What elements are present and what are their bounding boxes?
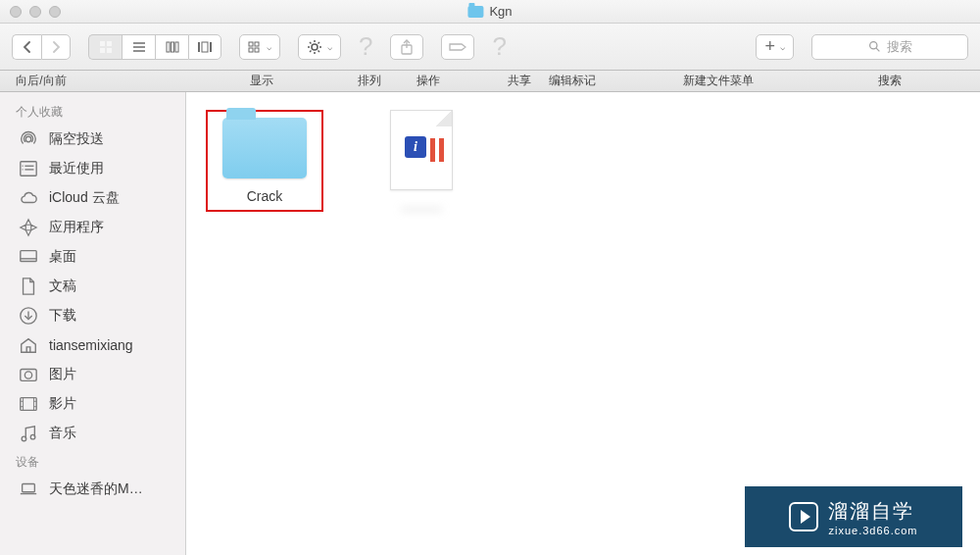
chevron-down-icon: ⌵: [327, 42, 332, 52]
download-icon: [18, 307, 39, 325]
svg-rect-13: [249, 42, 253, 46]
sidebar-item-label: 桌面: [49, 248, 76, 266]
sidebar-item-movies[interactable]: 影片: [0, 389, 185, 419]
airdrop-icon: [18, 130, 39, 148]
sidebar-item-laptop[interactable]: 天色迷香的M…: [0, 475, 185, 504]
view-switcher: [88, 34, 221, 60]
apps-icon: [18, 219, 39, 236]
sidebar-item-icloud[interactable]: iCloud 云盘: [0, 183, 185, 213]
forward-button[interactable]: [41, 34, 71, 60]
play-icon: [789, 502, 818, 531]
toolbar: ⌵ ⌵ ? ? + ⌵ 搜索: [0, 24, 980, 71]
svg-point-41: [24, 372, 31, 378]
titlebar: Kgn: [0, 0, 980, 24]
home-icon: [18, 336, 39, 354]
sidebar-item-recent[interactable]: 最近使用: [0, 154, 185, 183]
pictures-icon: [18, 366, 39, 383]
desktop-icon: [18, 248, 39, 266]
window-controls: [10, 6, 61, 18]
svg-rect-1: [107, 41, 112, 46]
sidebar-item-pictures[interactable]: 图片: [0, 360, 185, 389]
sidebar-item-label: tiansemixiang: [49, 337, 133, 353]
help-icon-2: ?: [492, 31, 506, 62]
music-icon: [18, 425, 39, 442]
svg-rect-0: [100, 41, 105, 46]
sidebar-item-label: 最近使用: [49, 160, 104, 177]
sidebar-item-label: 应用程序: [49, 219, 104, 236]
svg-rect-10: [198, 42, 200, 52]
column-view-button[interactable]: [155, 34, 188, 60]
svg-point-30: [25, 136, 30, 141]
laptop-icon: [18, 480, 39, 498]
svg-rect-15: [249, 48, 253, 52]
svg-line-25: [318, 42, 320, 44]
sidebar-item-label: 隔空投送: [49, 130, 104, 148]
search-label: 搜索: [878, 73, 902, 89]
sidebar-item-home[interactable]: tiansemixiang: [0, 330, 185, 360]
sidebar-item-label: 文稿: [49, 278, 76, 295]
sidebar: 个人收藏 隔空投送 最近使用 iCloud 云盘 应用程序 桌面 文稿 下: [0, 92, 186, 555]
sidebar-item-documents[interactable]: 文稿: [0, 272, 185, 301]
sidebar-item-desktop[interactable]: 桌面: [0, 242, 185, 272]
close-window-button[interactable]: [10, 6, 22, 18]
document-item[interactable]: i ———: [363, 110, 480, 216]
sidebar-item-label: 图片: [49, 366, 76, 383]
folder-item-crack[interactable]: Crack: [206, 110, 323, 212]
minimize-window-button[interactable]: [29, 6, 41, 18]
sidebar-item-airdrop[interactable]: 隔空投送: [0, 125, 185, 154]
window-title: Kgn: [467, 4, 512, 19]
search-icon: [868, 40, 881, 53]
back-button[interactable]: [12, 34, 41, 60]
svg-rect-2: [100, 48, 105, 53]
sidebar-item-downloads[interactable]: 下载: [0, 301, 185, 330]
svg-rect-51: [23, 484, 35, 492]
zoom-window-button[interactable]: [49, 6, 61, 18]
list-view-button[interactable]: [122, 34, 155, 60]
share-label: 共享: [500, 73, 539, 89]
cloud-icon: [18, 189, 39, 207]
svg-rect-36: [21, 251, 36, 262]
share-button[interactable]: [390, 34, 423, 60]
svg-line-22: [310, 42, 312, 44]
new-folder-button[interactable]: + ⌵: [756, 34, 794, 60]
sidebar-item-apps[interactable]: 应用程序: [0, 213, 185, 242]
svg-line-29: [876, 48, 879, 51]
file-label: Crack: [247, 188, 283, 204]
svg-point-50: [30, 434, 35, 439]
edit-tags-button[interactable]: [441, 34, 474, 60]
chevron-down-icon: ⌵: [267, 42, 271, 52]
arrange-button[interactable]: ⌵: [239, 34, 280, 60]
search-input[interactable]: 搜索: [811, 34, 968, 60]
svg-point-17: [312, 44, 318, 50]
svg-rect-31: [21, 162, 36, 177]
nav-label: 向后/向前: [12, 73, 71, 89]
svg-rect-7: [167, 42, 170, 52]
icon-view-button[interactable]: [88, 34, 122, 60]
action-button[interactable]: ⌵: [298, 34, 341, 60]
arrange-label: 排列: [345, 73, 394, 89]
svg-rect-9: [175, 42, 178, 52]
gallery-view-button[interactable]: [188, 34, 221, 60]
file-label: ———: [401, 200, 442, 216]
svg-rect-11: [202, 42, 208, 52]
folder-icon: [467, 6, 483, 18]
sidebar-item-label: 下载: [49, 307, 76, 325]
chevron-down-icon: ⌵: [780, 42, 785, 52]
help-icon: ?: [359, 31, 372, 62]
movies-icon: [18, 395, 39, 413]
sidebar-item-label: 音乐: [49, 425, 76, 442]
watermark-title: 溜溜自学: [828, 498, 914, 525]
sidebar-item-label: 影片: [49, 395, 76, 413]
sidebar-item-label: 天色迷香的M…: [49, 480, 143, 498]
sidebar-item-music[interactable]: 音乐: [0, 419, 185, 448]
folder-icon: [222, 118, 307, 178]
svg-rect-8: [171, 42, 173, 52]
favorites-header: 个人收藏: [0, 98, 185, 125]
svg-point-28: [869, 42, 876, 49]
view-label: 显示: [188, 73, 335, 89]
watermark: 溜溜自学 zixue.3d66.com: [745, 486, 962, 547]
recent-icon: [18, 160, 39, 177]
svg-rect-3: [107, 48, 112, 53]
nav-buttons: [12, 34, 71, 60]
toolbar-labels: 向后/向前 显示 排列 操作 共享 编辑标记 新建文件菜单 搜索: [0, 71, 980, 92]
